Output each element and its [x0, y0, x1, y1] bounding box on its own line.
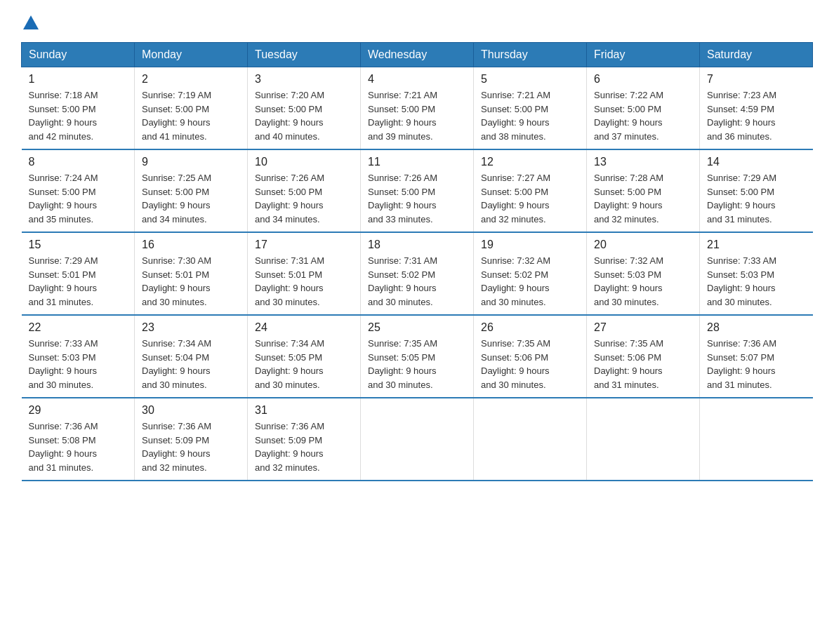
- day-number: 17: [255, 239, 353, 251]
- day-info: Sunrise: 7:34 AMSunset: 5:04 PMDaylight:…: [142, 337, 240, 391]
- calendar-cell: 3Sunrise: 7:20 AMSunset: 5:00 PMDaylight…: [248, 67, 361, 150]
- calendar-table: SundayMondayTuesdayWednesdayThursdayFrid…: [21, 42, 813, 481]
- day-info: Sunrise: 7:33 AMSunset: 5:03 PMDaylight:…: [707, 254, 806, 309]
- logo: [21, 14, 39, 31]
- day-info: Sunrise: 7:18 AMSunset: 5:00 PMDaylight:…: [29, 88, 128, 143]
- calendar-cell: 31Sunrise: 7:36 AMSunset: 5:09 PMDayligh…: [248, 398, 361, 481]
- day-number: 10: [255, 156, 353, 168]
- calendar-week-row: 15Sunrise: 7:29 AMSunset: 5:01 PMDayligh…: [22, 232, 813, 315]
- day-info: Sunrise: 7:21 AMSunset: 5:00 PMDaylight:…: [368, 88, 466, 143]
- calendar-cell: 17Sunrise: 7:31 AMSunset: 5:01 PMDayligh…: [248, 232, 361, 315]
- calendar-week-row: 29Sunrise: 7:36 AMSunset: 5:08 PMDayligh…: [22, 398, 813, 481]
- column-header-sunday: Sunday: [22, 43, 135, 67]
- calendar-cell: [474, 398, 587, 481]
- day-number: 22: [29, 321, 128, 334]
- day-info: Sunrise: 7:26 AMSunset: 5:00 PMDaylight:…: [255, 171, 353, 226]
- day-info: Sunrise: 7:36 AMSunset: 5:07 PMDaylight:…: [707, 337, 806, 391]
- calendar-cell: 21Sunrise: 7:33 AMSunset: 5:03 PMDayligh…: [700, 232, 813, 315]
- calendar-cell: 11Sunrise: 7:26 AMSunset: 5:00 PMDayligh…: [361, 149, 474, 232]
- day-number: 26: [481, 321, 579, 334]
- calendar-cell: 13Sunrise: 7:28 AMSunset: 5:00 PMDayligh…: [587, 149, 700, 232]
- calendar-cell: 24Sunrise: 7:34 AMSunset: 5:05 PMDayligh…: [248, 315, 361, 398]
- calendar-week-row: 8Sunrise: 7:24 AMSunset: 5:00 PMDaylight…: [22, 149, 813, 232]
- day-number: 1: [29, 73, 128, 86]
- day-number: 15: [29, 239, 128, 251]
- calendar-header-row: SundayMondayTuesdayWednesdayThursdayFrid…: [22, 43, 813, 67]
- day-number: 11: [368, 156, 466, 168]
- day-info: Sunrise: 7:24 AMSunset: 5:00 PMDaylight:…: [29, 171, 128, 226]
- day-info: Sunrise: 7:36 AMSunset: 5:09 PMDaylight:…: [255, 420, 353, 474]
- day-number: 24: [255, 321, 353, 334]
- day-number: 6: [594, 73, 692, 86]
- day-number: 23: [142, 321, 240, 334]
- page-header: [21, 14, 813, 31]
- svg-marker-0: [23, 15, 39, 29]
- calendar-cell: 25Sunrise: 7:35 AMSunset: 5:05 PMDayligh…: [361, 315, 474, 398]
- day-info: Sunrise: 7:20 AMSunset: 5:00 PMDaylight:…: [255, 88, 353, 143]
- column-header-tuesday: Tuesday: [248, 43, 361, 67]
- day-number: 14: [707, 156, 806, 168]
- column-header-wednesday: Wednesday: [361, 43, 474, 67]
- day-info: Sunrise: 7:33 AMSunset: 5:03 PMDaylight:…: [29, 337, 128, 391]
- day-number: 8: [29, 156, 128, 168]
- day-info: Sunrise: 7:29 AMSunset: 5:00 PMDaylight:…: [707, 171, 806, 226]
- day-number: 28: [707, 321, 806, 334]
- day-info: Sunrise: 7:26 AMSunset: 5:00 PMDaylight:…: [368, 171, 466, 226]
- calendar-cell: 8Sunrise: 7:24 AMSunset: 5:00 PMDaylight…: [22, 149, 135, 232]
- day-info: Sunrise: 7:23 AMSunset: 4:59 PMDaylight:…: [707, 88, 806, 143]
- calendar-cell: 4Sunrise: 7:21 AMSunset: 5:00 PMDaylight…: [361, 67, 474, 150]
- calendar-cell: 20Sunrise: 7:32 AMSunset: 5:03 PMDayligh…: [587, 232, 700, 315]
- day-info: Sunrise: 7:36 AMSunset: 5:08 PMDaylight:…: [29, 420, 128, 474]
- day-info: Sunrise: 7:35 AMSunset: 5:06 PMDaylight:…: [481, 337, 579, 391]
- calendar-cell: 1Sunrise: 7:18 AMSunset: 5:00 PMDaylight…: [22, 67, 135, 150]
- day-info: Sunrise: 7:36 AMSunset: 5:09 PMDaylight:…: [142, 420, 240, 474]
- day-number: 2: [142, 73, 240, 86]
- calendar-cell: 9Sunrise: 7:25 AMSunset: 5:00 PMDaylight…: [135, 149, 248, 232]
- calendar-cell: 16Sunrise: 7:30 AMSunset: 5:01 PMDayligh…: [135, 232, 248, 315]
- day-info: Sunrise: 7:27 AMSunset: 5:00 PMDaylight:…: [481, 171, 579, 226]
- day-number: 12: [481, 156, 579, 168]
- day-number: 20: [594, 239, 692, 251]
- day-number: 9: [142, 156, 240, 168]
- day-info: Sunrise: 7:21 AMSunset: 5:00 PMDaylight:…: [481, 88, 579, 143]
- column-header-friday: Friday: [587, 43, 700, 67]
- day-info: Sunrise: 7:32 AMSunset: 5:02 PMDaylight:…: [481, 254, 579, 309]
- calendar-week-row: 1Sunrise: 7:18 AMSunset: 5:00 PMDaylight…: [22, 67, 813, 150]
- calendar-cell: 23Sunrise: 7:34 AMSunset: 5:04 PMDayligh…: [135, 315, 248, 398]
- calendar-cell: 2Sunrise: 7:19 AMSunset: 5:00 PMDaylight…: [135, 67, 248, 150]
- calendar-cell: 28Sunrise: 7:36 AMSunset: 5:07 PMDayligh…: [700, 315, 813, 398]
- calendar-cell: 5Sunrise: 7:21 AMSunset: 5:00 PMDaylight…: [474, 67, 587, 150]
- calendar-cell: 18Sunrise: 7:31 AMSunset: 5:02 PMDayligh…: [361, 232, 474, 315]
- day-info: Sunrise: 7:31 AMSunset: 5:02 PMDaylight:…: [368, 254, 466, 309]
- calendar-cell: [361, 398, 474, 481]
- day-info: Sunrise: 7:30 AMSunset: 5:01 PMDaylight:…: [142, 254, 240, 309]
- day-number: 7: [707, 73, 806, 86]
- calendar-cell: 19Sunrise: 7:32 AMSunset: 5:02 PMDayligh…: [474, 232, 587, 315]
- day-number: 4: [368, 73, 466, 86]
- calendar-cell: 15Sunrise: 7:29 AMSunset: 5:01 PMDayligh…: [22, 232, 135, 315]
- calendar-cell: 7Sunrise: 7:23 AMSunset: 4:59 PMDaylight…: [700, 67, 813, 150]
- day-info: Sunrise: 7:35 AMSunset: 5:06 PMDaylight:…: [594, 337, 692, 391]
- day-number: 25: [368, 321, 466, 334]
- day-info: Sunrise: 7:35 AMSunset: 5:05 PMDaylight:…: [368, 337, 466, 391]
- calendar-week-row: 22Sunrise: 7:33 AMSunset: 5:03 PMDayligh…: [22, 315, 813, 398]
- calendar-cell: 22Sunrise: 7:33 AMSunset: 5:03 PMDayligh…: [22, 315, 135, 398]
- column-header-monday: Monday: [135, 43, 248, 67]
- day-info: Sunrise: 7:32 AMSunset: 5:03 PMDaylight:…: [594, 254, 692, 309]
- calendar-cell: [587, 398, 700, 481]
- day-number: 13: [594, 156, 692, 168]
- day-number: 19: [481, 239, 579, 251]
- column-header-thursday: Thursday: [474, 43, 587, 67]
- day-number: 5: [481, 73, 579, 86]
- calendar-cell: 27Sunrise: 7:35 AMSunset: 5:06 PMDayligh…: [587, 315, 700, 398]
- calendar-cell: 14Sunrise: 7:29 AMSunset: 5:00 PMDayligh…: [700, 149, 813, 232]
- day-info: Sunrise: 7:22 AMSunset: 5:00 PMDaylight:…: [594, 88, 692, 143]
- day-number: 21: [707, 239, 806, 251]
- calendar-cell: 26Sunrise: 7:35 AMSunset: 5:06 PMDayligh…: [474, 315, 587, 398]
- column-header-saturday: Saturday: [700, 43, 813, 67]
- calendar-cell: 12Sunrise: 7:27 AMSunset: 5:00 PMDayligh…: [474, 149, 587, 232]
- calendar-cell: [700, 398, 813, 481]
- day-info: Sunrise: 7:28 AMSunset: 5:00 PMDaylight:…: [594, 171, 692, 226]
- day-number: 29: [29, 404, 128, 417]
- calendar-cell: 29Sunrise: 7:36 AMSunset: 5:08 PMDayligh…: [22, 398, 135, 481]
